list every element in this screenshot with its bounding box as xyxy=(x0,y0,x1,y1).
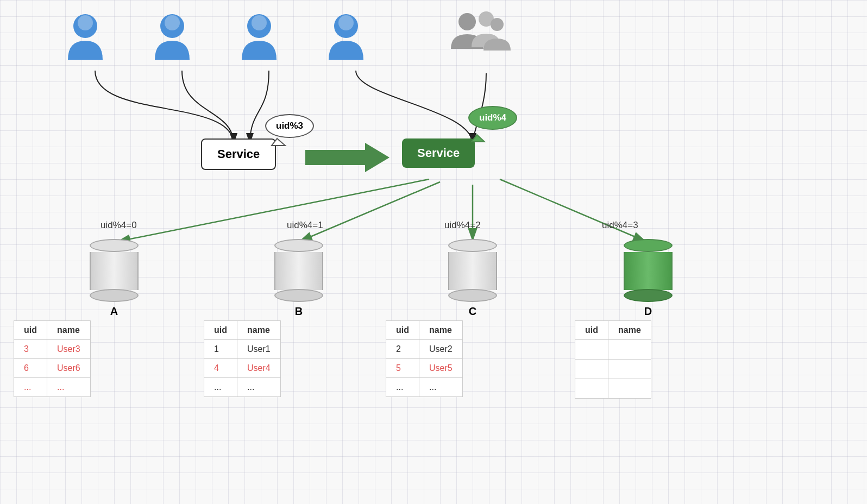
route-label-1: uid%4=1 xyxy=(287,220,323,231)
db-c-body xyxy=(448,252,497,290)
db-b-top xyxy=(274,239,323,252)
table-b-row1-uid: 1 xyxy=(204,340,237,359)
svg-point-11 xyxy=(252,15,267,30)
service-right-label: Service xyxy=(417,146,460,160)
table-d: uid name xyxy=(575,320,651,399)
table-row xyxy=(575,360,651,379)
table-a-row1-uid: 3 xyxy=(14,340,47,359)
table-c-row1-name: User2 xyxy=(419,340,463,359)
table-d-row2-uid xyxy=(575,360,608,379)
table-a-row3-name: ... xyxy=(47,378,91,397)
service-left-label: Service xyxy=(217,147,260,161)
table-b-row2-name: User4 xyxy=(237,359,281,378)
db-b-container: B xyxy=(274,239,323,318)
table-b-row2-uid: 4 xyxy=(204,359,237,378)
table-row: ... ... xyxy=(386,378,463,397)
table-b-header-uid: uid xyxy=(204,321,237,340)
table-a-row2-name: User6 xyxy=(47,359,91,378)
big-green-arrow xyxy=(305,140,392,178)
svg-point-7 xyxy=(78,15,93,30)
table-row: 5 User5 xyxy=(386,359,463,378)
bubble-uid3-label: uid%3 xyxy=(276,121,303,131)
user-icon-2 xyxy=(152,11,193,70)
table-c-header-uid: uid xyxy=(386,321,419,340)
table-c-row3-uid: ... xyxy=(386,378,419,397)
table-b: uid name 1 User1 4 User4 ... ... xyxy=(204,320,281,397)
table-row: 3 User3 xyxy=(14,340,91,359)
table-row: 1 User1 xyxy=(204,340,281,359)
db-d-body xyxy=(624,252,673,290)
bubble-uid3: uid%3 xyxy=(265,114,314,138)
db-d-container: D xyxy=(624,239,673,318)
table-c-row2-uid: 5 xyxy=(386,359,419,378)
svg-line-0 xyxy=(117,179,429,242)
db-c-bottom xyxy=(448,289,497,302)
route-label-3: uid%4=3 xyxy=(602,220,638,231)
svg-line-1 xyxy=(299,182,440,242)
svg-point-16 xyxy=(491,18,504,31)
db-b-bottom xyxy=(274,289,323,302)
svg-line-3 xyxy=(500,179,646,242)
table-row xyxy=(575,340,651,360)
table-c-header-name: name xyxy=(419,321,463,340)
user-icon-4 xyxy=(326,11,367,70)
svg-point-14 xyxy=(458,13,476,30)
table-d-row3-name xyxy=(608,379,651,399)
table-a: uid name 3 User3 6 User6 ... ... xyxy=(14,320,91,397)
db-b-body xyxy=(274,252,323,290)
db-a-body xyxy=(90,252,139,290)
table-a-header-uid: uid xyxy=(14,321,47,340)
table-b-row3-name: ... xyxy=(237,378,281,397)
route-label-0: uid%4=0 xyxy=(100,220,137,231)
table-row xyxy=(575,379,651,399)
table-row: ... ... xyxy=(14,378,91,397)
user-group-icon xyxy=(445,8,511,65)
db-d-bottom xyxy=(624,289,673,302)
table-a-row3-uid: ... xyxy=(14,378,47,397)
table-b-row3-uid: ... xyxy=(204,378,237,397)
db-a-container: A xyxy=(90,239,139,318)
route-label-2: uid%4=2 xyxy=(444,220,481,231)
db-a-top xyxy=(90,239,139,252)
table-a-header-name: name xyxy=(47,321,91,340)
db-c-container: C xyxy=(448,239,497,318)
db-a-label: A xyxy=(90,305,139,318)
table-b-row1-name: User1 xyxy=(237,340,281,359)
table-row: ... ... xyxy=(204,378,281,397)
db-b-label: B xyxy=(274,305,323,318)
table-b-header-name: name xyxy=(237,321,281,340)
diagram-container: Service uid%3 Service uid%4 uid%4=0 uid%… xyxy=(0,0,867,504)
service-box-left: Service xyxy=(201,138,276,170)
db-a-bottom xyxy=(90,289,139,302)
user-icon-3 xyxy=(239,11,280,70)
table-a-row1-name: User3 xyxy=(47,340,91,359)
service-box-right: Service xyxy=(402,138,475,168)
svg-point-13 xyxy=(338,15,354,30)
db-c-label: C xyxy=(448,305,497,318)
table-a-row2-uid: 6 xyxy=(14,359,47,378)
svg-point-9 xyxy=(165,15,180,30)
svg-marker-18 xyxy=(305,143,389,172)
table-c: uid name 2 User2 5 User5 ... ... xyxy=(386,320,463,397)
table-c-row3-name: ... xyxy=(419,378,463,397)
table-row: 6 User6 xyxy=(14,359,91,378)
table-row: 2 User2 xyxy=(386,340,463,359)
db-c-top xyxy=(448,239,497,252)
table-d-row3-uid xyxy=(575,379,608,399)
table-d-header-name: name xyxy=(608,321,651,340)
db-d-label: D xyxy=(624,305,673,318)
table-d-header-uid: uid xyxy=(575,321,608,340)
bubble-uid4-label: uid%4 xyxy=(479,112,506,123)
table-c-row2-name: User5 xyxy=(419,359,463,378)
table-row: 4 User4 xyxy=(204,359,281,378)
db-d-top xyxy=(624,239,673,252)
table-d-row2-name xyxy=(608,360,651,379)
bubble-uid4: uid%4 xyxy=(468,106,517,130)
table-d-row1-uid xyxy=(575,340,608,360)
user-icon-1 xyxy=(65,11,106,70)
table-d-row1-name xyxy=(608,340,651,360)
table-c-row1-uid: 2 xyxy=(386,340,419,359)
